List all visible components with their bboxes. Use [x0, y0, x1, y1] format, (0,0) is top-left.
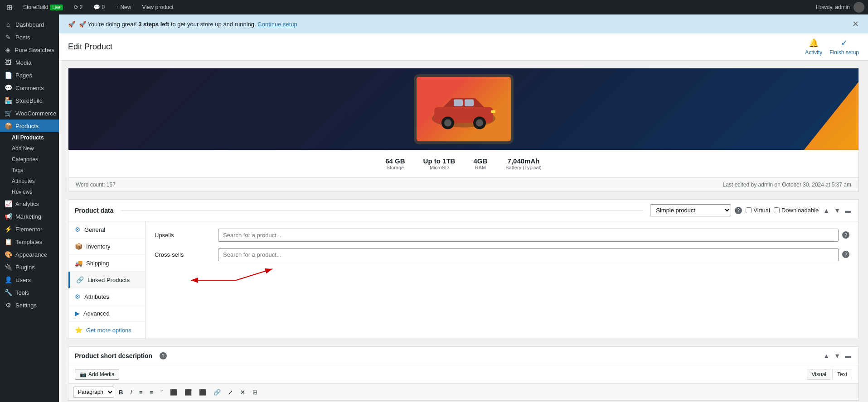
short-desc-collapse-toggle[interactable]: ▬ — [844, 351, 852, 360]
sidebar-item-marketing[interactable]: 📢 Marketing — [0, 210, 59, 223]
activity-button[interactable]: 🔔 Activity — [805, 38, 822, 56]
sidebar-item-elementor[interactable]: ⚡ Elementor — [0, 223, 59, 235]
sidebar-sub-tags[interactable]: Tags — [0, 165, 59, 176]
fullscreen-button[interactable]: ⤢ — [225, 388, 236, 397]
sidebar-item-settings[interactable]: ⚙ Settings — [0, 299, 59, 311]
sidebar-label-posts: Posts — [15, 34, 30, 41]
finish-setup-button[interactable]: ✓ Finish setup — [829, 38, 859, 56]
page-header-actions: 🔔 Activity ✓ Finish setup — [805, 38, 859, 56]
add-media-button[interactable]: 📷 Add Media — [75, 369, 119, 380]
marketing-icon: 📢 — [5, 213, 12, 220]
short-description-title: Product short description — [75, 352, 152, 359]
sidebar-sub-all-products[interactable]: All Products — [0, 132, 59, 143]
downloadable-checkbox-label[interactable]: Downloadable — [774, 207, 819, 214]
short-desc-collapse-down[interactable]: ▼ — [833, 351, 841, 360]
svg-line-11 — [236, 269, 272, 280]
sidebar-item-templates[interactable]: 📋 Templates — [0, 235, 59, 248]
svg-rect-3 — [465, 99, 474, 106]
product-data-tabs: ⚙ General 📦 Inventory 🚚 Shipping 🔗 — [68, 221, 145, 339]
product-data-layout: ⚙ General 📦 Inventory 🚚 Shipping 🔗 — [68, 221, 858, 339]
more-button[interactable]: ✕ — [238, 388, 248, 397]
activity-icon: 🔔 — [809, 38, 819, 48]
sidebar-item-comments[interactable]: 💬 Comments — [0, 81, 59, 94]
collapse-down-button[interactable]: ▼ — [833, 206, 841, 215]
general-tab-label: General — [84, 226, 105, 233]
upsells-help-icon[interactable]: ? — [842, 231, 849, 239]
crosssells-help-icon[interactable]: ? — [842, 251, 849, 258]
analytics-icon: 📈 — [5, 200, 12, 207]
sidebar-item-pure-swatches[interactable]: ◈ Pure Swatches — [0, 43, 59, 56]
comment-icon[interactable]: 💬 0 — [91, 4, 107, 10]
downloadable-label: Downloadable — [781, 207, 819, 214]
sidebar-item-plugins[interactable]: 🔌 Plugins — [0, 261, 59, 273]
sidebar-item-dashboard[interactable]: ⌂ Dashboard — [0, 18, 59, 31]
short-description-header: Product short description ? ▲ ▼ ▬ — [68, 347, 858, 365]
bold-button[interactable]: B — [116, 388, 126, 397]
sidebar-sub-categories[interactable]: Categories — [0, 154, 59, 165]
downloadable-checkbox[interactable] — [774, 207, 780, 213]
visual-tab[interactable]: Visual — [807, 369, 831, 380]
italic-button[interactable]: I — [127, 388, 135, 397]
align-center-button[interactable]: ⬛ — [182, 388, 194, 397]
product-specs: 64 GB Storage Up to 1TB MicroSD 4GB RAM … — [68, 150, 858, 177]
collapse-toggle-button[interactable]: ▬ — [844, 206, 852, 215]
text-tab[interactable]: Text — [832, 369, 852, 380]
ordered-list-button[interactable]: ≡ — [147, 388, 156, 397]
link-button[interactable]: 🔗 — [211, 388, 223, 397]
sidebar-item-woocommerce[interactable]: 🛒 WooCommerce — [0, 107, 59, 120]
virtual-checkbox[interactable] — [746, 207, 752, 213]
sidebar-item-posts[interactable]: ✎ Posts — [0, 31, 59, 43]
table-button[interactable]: ⊞ — [250, 388, 260, 397]
new-button[interactable]: + New — [113, 4, 134, 10]
format-select[interactable]: Paragraph — [73, 387, 114, 397]
admin-bar: ⊞ StoreBuild Live ⟳ 2 💬 0 + New View pro… — [0, 0, 868, 14]
view-product-link[interactable]: View product — [139, 4, 176, 10]
page-title: Edit Product — [68, 42, 112, 52]
tab-shipping[interactable]: 🚚 Shipping — [68, 255, 145, 272]
sidebar-item-media[interactable]: 🖼 Media — [0, 56, 59, 69]
sidebar-item-pages[interactable]: 📄 Pages — [0, 69, 59, 81]
svg-rect-2 — [454, 99, 463, 106]
tab-advanced[interactable]: ▶ Advanced — [68, 305, 145, 322]
notification-icon[interactable]: ⟳ 2 — [71, 4, 86, 10]
product-image-area — [68, 68, 858, 150]
tab-attributes[interactable]: ⚙ Attributes — [68, 288, 145, 305]
short-description-help-icon[interactable]: ? — [160, 352, 167, 359]
short-desc-collapse-up[interactable]: ▲ — [822, 351, 830, 360]
settings-icon: ⚙ — [5, 302, 12, 309]
virtual-checkbox-label[interactable]: Virtual — [746, 207, 770, 214]
spec-storage-label: Storage — [385, 165, 405, 170]
sidebar-item-storebuild[interactable]: 🏪 StoreBuild — [0, 94, 59, 107]
tab-linked-products[interactable]: 🔗 Linked Products — [68, 272, 145, 288]
tab-get-more-options[interactable]: ⭐ Get more options — [68, 322, 145, 339]
finish-setup-label: Finish setup — [829, 49, 859, 56]
sidebar-item-tools[interactable]: 🔧 Tools — [0, 286, 59, 299]
product-type-help-icon[interactable]: ? — [735, 207, 742, 214]
sidebar-item-users[interactable]: 👤 Users — [0, 273, 59, 286]
product-type-select[interactable]: Simple product Variable product Grouped … — [650, 204, 731, 216]
sidebar-item-analytics[interactable]: 📈 Analytics — [0, 197, 59, 210]
sidebar-sub-attributes[interactable]: Attributes — [0, 176, 59, 187]
crosssells-search-input[interactable] — [218, 248, 839, 261]
align-right-button[interactable]: ⬛ — [196, 388, 209, 397]
sidebar-sub-reviews[interactable]: Reviews — [0, 187, 59, 197]
blockquote-button[interactable]: " — [158, 388, 165, 397]
site-name-bar[interactable]: StoreBuild Live — [20, 4, 66, 10]
finish-setup-icon: ✓ — [841, 38, 848, 48]
unordered-list-button[interactable]: ≡ — [136, 388, 145, 397]
sidebar-sub-add-new[interactable]: Add New — [0, 143, 59, 154]
tab-inventory[interactable]: 📦 Inventory — [68, 238, 145, 255]
wp-logo[interactable]: ⊞ — [4, 3, 15, 12]
notice-close-button[interactable]: ✕ — [852, 19, 859, 29]
appearance-icon: 🎨 — [5, 251, 12, 258]
upsells-search-input[interactable] — [218, 229, 839, 242]
advanced-tab-label: Advanced — [83, 310, 110, 317]
sidebar-item-appearance[interactable]: 🎨 Appearance — [0, 248, 59, 261]
align-left-button[interactable]: ⬛ — [167, 388, 180, 397]
inventory-tab-label: Inventory — [86, 243, 110, 250]
tab-general[interactable]: ⚙ General — [68, 221, 145, 238]
upsells-label: Upsells — [155, 229, 218, 239]
sidebar-item-products[interactable]: 📦 Products ◀ — [0, 120, 59, 132]
collapse-up-button[interactable]: ▲ — [822, 206, 830, 215]
format-toolbar: Paragraph B I ≡ ≡ " ⬛ ⬛ ⬛ 🔗 ⤢ ✕ ⊞ — [68, 384, 858, 401]
